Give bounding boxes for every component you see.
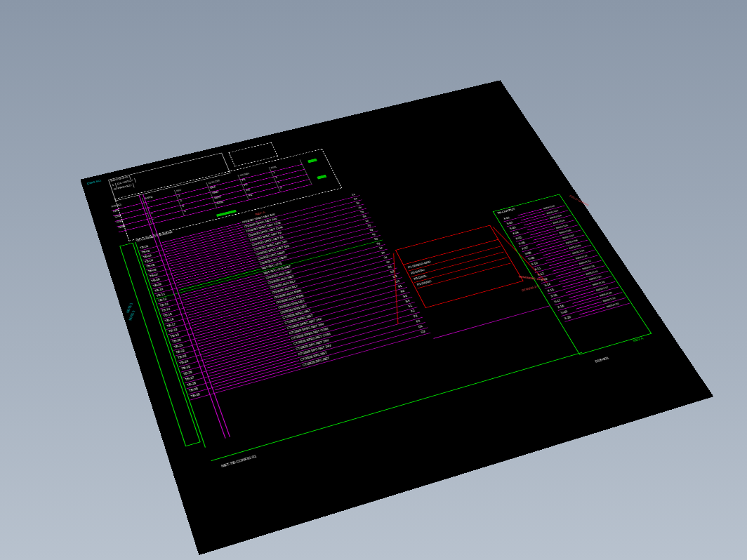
footer-right: D1B-001 — [595, 356, 610, 363]
wiring-diagram: REVISIONS 1DA YARCY APPROVED DWG NO. PAN… — [80, 80, 713, 555]
field-wiring-label: FIELD WIRING — [569, 194, 590, 206]
secondary-terminal-strip: X-01IN/OUT.01X-02IN/OUT.02X-03IN/OUT.03X… — [501, 201, 630, 321]
conn-rows: P1-SHIELD-GNDP2-DATA+P2-DATA-P3-24VDC — [404, 240, 513, 291]
cad-viewport[interactable]: REVISIONS 1DA YARCY APPROVED DWG NO. PAN… — [0, 0, 747, 560]
cad-drawing-plane[interactable]: REVISIONS 1DA YARCY APPROVED DWG NO. PAN… — [80, 80, 713, 555]
inter-strip-wire-1 — [433, 305, 550, 338]
dwg-no-label: DWG NO. — [87, 179, 103, 185]
